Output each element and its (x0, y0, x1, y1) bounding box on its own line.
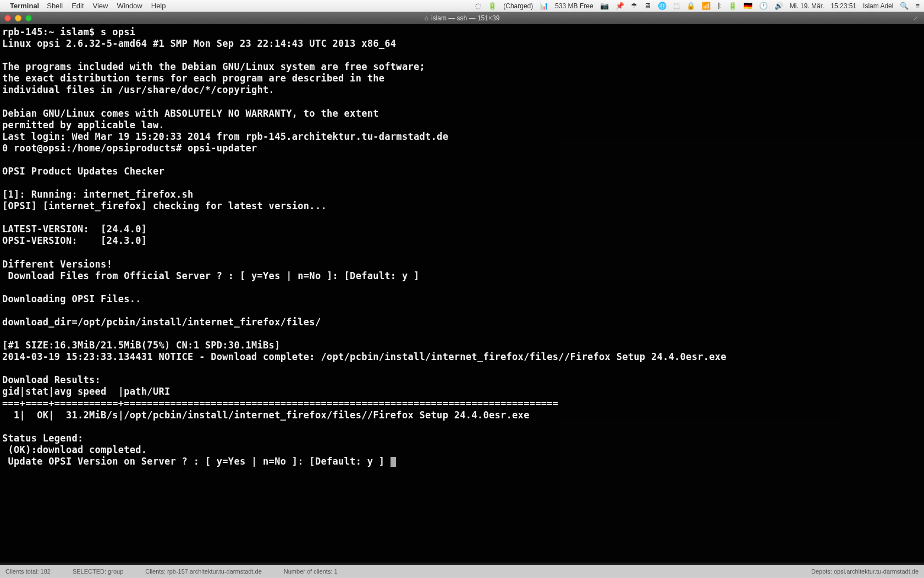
timemachine-icon[interactable]: 🕐 (759, 2, 768, 10)
time-display[interactable]: 15:23:51 (831, 2, 856, 10)
dropbox-icon[interactable]: ⬚ (673, 2, 680, 10)
wifi-icon[interactable]: 📶 (702, 2, 711, 10)
resize-corner-icon[interactable]: ⤢ (913, 15, 920, 21)
sync-icon[interactable]: ◌ (475, 2, 481, 10)
battery-status: (Charged) (503, 2, 533, 10)
menu-view[interactable]: View (93, 2, 108, 10)
notification-icon[interactable]: ≡ (915, 2, 920, 10)
background-status-bar: Clients total: 182 SELECTED: group Clien… (0, 565, 924, 578)
bluetooth-icon[interactable]: ᛒ (717, 2, 722, 10)
menu-shell[interactable]: Shell (47, 2, 63, 10)
pin-icon[interactable]: 📌 (615, 2, 624, 10)
window-title: ⌂ islam — ssh — 151×39 (425, 14, 500, 22)
status-depots: Depots: opsi.architektur.tu-darmstadt.de (811, 568, 919, 575)
menu-edit[interactable]: Edit (72, 2, 84, 10)
window-title-text: islam — ssh — 151×39 (431, 14, 499, 22)
flag-icon[interactable]: 🇩🇪 (744, 2, 752, 10)
umbrella-icon[interactable]: ☂ (631, 2, 637, 10)
terminal-cursor (391, 457, 396, 467)
status-clients-total: Clients total: 182 (6, 568, 51, 575)
terminal-titlebar[interactable]: ⌂ islam — ssh — 151×39 ⤢ (0, 12, 924, 24)
status-clients: Clients: rpb-157.architektur.tu-darmstad… (145, 568, 262, 575)
date-display[interactable]: Mi. 19. Mär. (790, 2, 824, 10)
monitor-icon[interactable]: 🖥 (644, 2, 651, 10)
home-icon: ⌂ (425, 14, 428, 22)
macos-menubar: Terminal Shell Edit View Window Help ◌ 🔋… (0, 0, 924, 12)
minimize-button[interactable] (15, 15, 21, 21)
menu-window[interactable]: Window (117, 2, 142, 10)
memory-icon[interactable]: 📊 (540, 2, 548, 10)
close-button[interactable] (4, 15, 11, 21)
app-name[interactable]: Terminal (10, 2, 39, 10)
window-controls (4, 15, 32, 21)
user-name[interactable]: Islam Adel (863, 2, 893, 10)
memory-status: 533 MB Free (555, 2, 593, 10)
lock-icon[interactable]: 🔒 (686, 2, 695, 10)
battery-full-icon[interactable]: 🔋 (728, 2, 737, 10)
spotlight-icon[interactable]: 🔍 (900, 2, 909, 10)
volume-icon[interactable]: 🔊 (774, 2, 783, 10)
maximize-button[interactable] (25, 15, 32, 21)
globe-icon[interactable]: 🌐 (658, 2, 667, 10)
terminal-output[interactable]: rpb-145:~ islam$ s opsi Linux opsi 2.6.3… (0, 24, 924, 563)
menubar-left: Terminal Shell Edit View Window Help (4, 2, 175, 10)
status-selected: SELECTED: group (73, 568, 123, 575)
camera-icon[interactable]: 📷 (600, 2, 609, 10)
menu-help[interactable]: Help (151, 2, 166, 10)
status-num-clients: Number of clients: 1 (284, 568, 338, 575)
battery-icon[interactable]: 🔋 (488, 2, 497, 10)
menubar-right: ◌ 🔋 (Charged) 📊 533 MB Free 📷 📌 ☂ 🖥 🌐 ⬚ … (475, 2, 920, 10)
